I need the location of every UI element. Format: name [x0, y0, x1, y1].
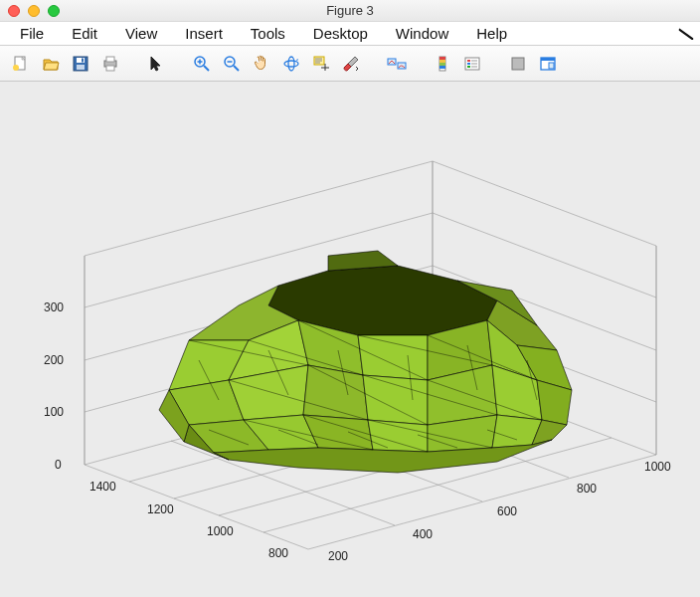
svg-rect-28 [439, 60, 445, 63]
open-button[interactable] [38, 51, 64, 77]
y-tick: 600 [497, 504, 517, 518]
axes-3d [0, 82, 700, 597]
pan-icon [253, 55, 270, 73]
save-icon [72, 55, 89, 73]
figure-canvas[interactable]: 0 100 200 300 1400 1200 1000 800 200 400… [0, 82, 700, 597]
zoom-out-button[interactable] [219, 51, 245, 77]
menu-view[interactable]: View [111, 23, 171, 44]
dock-button[interactable] [535, 51, 561, 77]
link-button[interactable] [384, 51, 410, 77]
menu-file[interactable]: File [6, 23, 58, 44]
svg-rect-4 [77, 65, 85, 70]
y-tick: 200 [328, 549, 348, 563]
new-figure-button[interactable] [8, 51, 34, 77]
x-tick: 1200 [147, 502, 174, 516]
pointer-icon [147, 55, 165, 73]
menu-tools[interactable]: Tools [237, 23, 299, 44]
svg-rect-8 [106, 66, 114, 71]
colorbar-icon [434, 55, 451, 73]
new-icon [12, 55, 30, 73]
titlebar: Figure 3 [0, 0, 700, 22]
menu-desktop[interactable]: Desktop [299, 23, 382, 44]
menubar: File Edit View Insert Tools Desktop Wind… [0, 22, 700, 46]
svg-point-17 [288, 57, 294, 71]
y-tick: 1000 [644, 460, 671, 474]
mesh-surface [159, 251, 572, 473]
svg-rect-40 [541, 58, 555, 61]
svg-point-16 [284, 61, 298, 67]
window-title: Figure 3 [0, 3, 700, 18]
z-tick: 0 [55, 458, 62, 472]
close-icon[interactable] [8, 5, 20, 17]
z-tick: 200 [44, 353, 64, 367]
colorbar-button[interactable] [430, 51, 455, 77]
square-icon [509, 55, 527, 73]
menu-insert[interactable]: Insert [171, 23, 237, 44]
dock-icon [539, 55, 557, 73]
svg-rect-38 [512, 58, 524, 70]
svg-rect-30 [439, 66, 445, 69]
svg-point-1 [13, 65, 19, 71]
svg-rect-7 [106, 57, 114, 62]
svg-rect-27 [439, 57, 445, 60]
hide-tools-button[interactable] [505, 51, 531, 77]
print-button[interactable] [97, 51, 123, 77]
x-tick: 800 [268, 546, 288, 560]
rotate-3d-button[interactable] [278, 51, 304, 77]
svg-rect-29 [439, 63, 445, 66]
link-icon [387, 55, 407, 73]
zoom-window-icon[interactable] [48, 5, 60, 17]
y-tick: 400 [413, 527, 433, 541]
zoom-out-icon [223, 55, 241, 73]
pan-button[interactable] [249, 51, 274, 77]
save-button[interactable] [68, 51, 93, 77]
print-icon [101, 55, 119, 73]
minimize-icon[interactable] [28, 5, 40, 17]
z-tick: 300 [44, 300, 64, 314]
menu-window[interactable]: Window [382, 23, 462, 44]
rotate-3d-icon [282, 55, 300, 73]
open-icon [42, 55, 60, 73]
legend-button[interactable] [459, 51, 485, 77]
z-tick: 100 [44, 405, 64, 419]
data-cursor-icon [312, 55, 330, 73]
brush-icon [342, 55, 360, 73]
pointer-button[interactable] [143, 51, 169, 77]
svg-rect-5 [82, 58, 84, 62]
y-tick: 800 [577, 482, 597, 496]
menu-help[interactable]: Help [462, 23, 521, 44]
svg-line-14 [234, 66, 239, 71]
menu-overflow-icon[interactable] [678, 28, 694, 40]
svg-line-10 [204, 66, 209, 71]
x-tick: 1000 [207, 524, 234, 538]
svg-rect-41 [549, 63, 554, 69]
data-cursor-button[interactable] [308, 51, 334, 77]
zoom-in-icon [193, 55, 211, 73]
legend-icon [463, 55, 481, 73]
toolbar [0, 46, 700, 82]
zoom-in-button[interactable] [189, 51, 215, 77]
menu-edit[interactable]: Edit [58, 23, 111, 44]
x-tick: 1400 [89, 480, 116, 494]
brush-button[interactable] [338, 51, 364, 77]
